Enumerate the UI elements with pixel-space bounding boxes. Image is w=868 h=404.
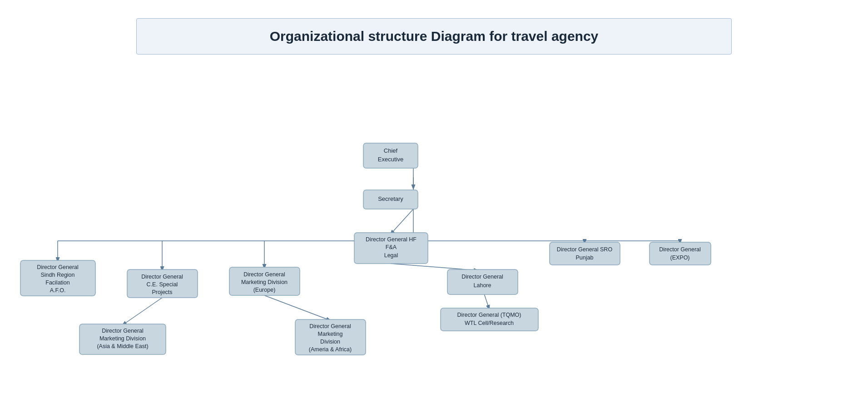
node-sindh-text1: Director General: [37, 264, 79, 270]
node-ce-text2: Executive: [378, 156, 403, 163]
node-dg-sro-punjab: [550, 242, 620, 265]
line-ce-to-mkt-asia: [123, 298, 162, 325]
node-sec-text: Secretary: [378, 195, 403, 202]
node-hf-text2: F&A: [386, 244, 397, 250]
node-lahore-text1: Director General: [461, 274, 503, 280]
node-expo-text1: Director General: [659, 246, 701, 253]
node-europe-text3: (Europe): [253, 287, 276, 293]
node-asia-text3: (Asia & Middle East): [97, 343, 148, 349]
node-europe-text2: Marketing Division: [241, 279, 288, 285]
org-chart: Chief Executive Secretary Director Gener…: [0, 73, 868, 400]
node-sindh-text4: A.F.O.: [50, 287, 66, 294]
title-box: Organizational structure Diagram for tra…: [136, 18, 732, 55]
node-ce-text1: Chief: [384, 147, 398, 154]
node-europe-text1: Director General: [243, 271, 285, 278]
line-sec-to-dghf: [391, 209, 413, 234]
node-asia-text1: Director General: [102, 328, 144, 334]
node-sindh-text2: Sindh Region: [40, 272, 74, 278]
node-expo-text2: (EXPO): [670, 254, 689, 261]
node-lahore-text2: Lahore: [474, 282, 491, 289]
node-tqmo-text1: Director General (TQMO): [457, 312, 521, 318]
node-ce-sp-text1: Director General: [141, 274, 183, 280]
node-ameria-text2: Marketing: [318, 331, 343, 337]
node-hf-text3: Legal: [384, 252, 398, 259]
node-ce-sp-text2: C.E. Special: [147, 281, 178, 288]
node-dg-expo: [650, 242, 711, 265]
node-asia-text2: Marketing Division: [99, 335, 146, 342]
node-sro-text1: Director General SRO: [557, 246, 613, 253]
page-container: Organizational structure Diagram for tra…: [0, 0, 868, 404]
node-ameria-text3: Division: [320, 339, 340, 345]
node-sro-text2: Punjab: [576, 254, 594, 261]
line-europe-to-ameria: [264, 295, 330, 320]
node-ameria-text1: Director General: [309, 323, 351, 329]
node-hf-text1: Director General HF: [366, 236, 417, 243]
node-tqmo-text2: WTL Cell/Research: [465, 320, 514, 326]
node-sindh-text3: Facilation: [45, 279, 70, 286]
node-ce-sp-text3: Projects: [152, 289, 172, 295]
page-title: Organizational structure Diagram for tra…: [270, 29, 599, 44]
node-ameria-text4: (Ameria & Africa): [309, 346, 352, 353]
